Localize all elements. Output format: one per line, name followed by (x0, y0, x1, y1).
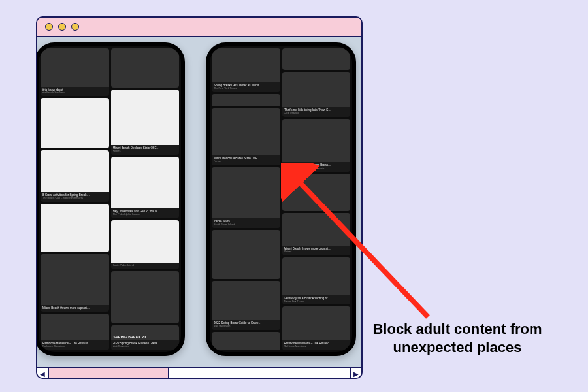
result-thumbnail (41, 98, 109, 148)
result-thumbnail (282, 72, 351, 107)
result-source: Rathbone Mansions (42, 345, 107, 348)
window-dot-2[interactable] (58, 23, 66, 31)
result-card[interactable] (212, 94, 280, 106)
phone-left-col2: Miami Beach Declares State Of E…ForbesHe… (111, 48, 180, 350)
result-card[interactable] (282, 48, 351, 70)
result-source: South Padre Island (113, 264, 178, 267)
result-thumbnail (111, 325, 180, 341)
scroll-track[interactable] (49, 368, 350, 379)
result-thumbnail (212, 108, 280, 156)
result-source: Rathbone Mansions (284, 345, 349, 348)
result-thumbnail (111, 48, 180, 88)
result-source: The Philadelphia Inquirer (113, 213, 178, 216)
result-card[interactable]: Rathbone Mansions – The Ritual o…Rathbon… (41, 314, 109, 350)
result-source: Visit Galveston (214, 325, 278, 328)
result-card[interactable]: 2022 Spring Break Guide to Galve…Visit G… (212, 281, 280, 329)
result-source: The New York Times (214, 87, 278, 90)
result-thumbnail (212, 281, 280, 320)
phone-left: it to know aboutrtle Beach Sun New8 Grea… (37, 42, 185, 356)
result-thumbnail (282, 48, 351, 70)
result-card[interactable]: 8 Great Activities for Spring Break…The … (41, 150, 109, 202)
phone-right-col1: Spring Break Gets Tamer as World…The New… (212, 48, 280, 350)
result-thumbnail (111, 90, 180, 145)
scroll-left-icon[interactable]: ◀ (37, 368, 49, 379)
result-card[interactable]: South Padre Island (111, 220, 180, 269)
result-thumbnail (212, 230, 280, 279)
result-thumbnail (212, 48, 280, 82)
result-card[interactable]: 8 Great Activities for Spring Break…The … (282, 119, 351, 172)
result-thumbnail (111, 157, 180, 208)
result-card[interactable]: Hey, millennials and Gen Z, this is…The … (111, 157, 180, 218)
content-area: it to know aboutrtle Beach Sun New8 Grea… (37, 37, 361, 367)
result-thumbnail (212, 332, 280, 350)
result-thumbnail (41, 204, 109, 252)
result-source: Click Orlando (284, 112, 349, 115)
result-thumbnail (282, 257, 351, 295)
result-card[interactable] (212, 230, 280, 279)
result-thumbnail (282, 174, 351, 211)
browser-window: it to know aboutrtle Beach Sun New8 Grea… (36, 16, 363, 379)
window-dot-1[interactable] (45, 23, 53, 31)
phone-right-screen[interactable]: Spring Break Gets Tamer as World…The New… (210, 46, 352, 352)
result-card[interactable] (212, 332, 280, 350)
result-title: Miami Beach throws more cops at… (42, 306, 107, 310)
result-card[interactable]: Get ready for a crowded spring br…Tampa … (282, 257, 351, 304)
result-card[interactable]: Miami Beach throws more cops at…Police1 (282, 213, 351, 255)
result-card[interactable]: Rathbone Mansions – The Ritual o…Rathbon… (282, 306, 351, 350)
result-card[interactable]: Inertia ToursSouth Padre Island (212, 167, 280, 228)
titlebar (37, 18, 361, 37)
annotation-caption: Block adult content from unexpected plac… (372, 320, 542, 356)
scroll-right-icon[interactable]: ▶ (350, 368, 361, 379)
result-card[interactable]: 2022 Spring Break Guide to Galve…Visit G… (111, 325, 180, 350)
result-thumbnail (41, 48, 109, 87)
result-thumbnail (212, 94, 280, 106)
horizontal-scrollbar[interactable]: ◀ ▶ (37, 367, 361, 379)
result-thumbnail (111, 271, 180, 323)
phone-right-col2: 'That's not kids being kids:' New S…Clic… (282, 48, 351, 350)
result-card[interactable]: it to know aboutrtle Beach Sun New (41, 48, 109, 96)
phone-left-col1: it to know aboutrtle Beach Sun New8 Grea… (41, 48, 109, 350)
result-source: Tampa Bay Times (284, 300, 349, 303)
result-source: The Beach Club – Spectrum Resorts (42, 197, 107, 200)
result-source: rtle Beach Sun New (42, 91, 107, 95)
result-thumbnail (111, 220, 180, 263)
result-thumbnail (41, 254, 109, 305)
result-card[interactable] (41, 98, 109, 148)
result-source: Forbes (214, 160, 278, 163)
result-thumbnail (212, 167, 280, 218)
result-thumbnail (41, 150, 109, 192)
result-card[interactable]: Miami Beach Declares State Of E…Forbes (212, 108, 280, 165)
window-dot-3[interactable] (71, 23, 79, 31)
result-thumbnail (282, 306, 351, 340)
result-thumbnail (41, 314, 109, 340)
result-source: Forbes (113, 150, 178, 153)
result-source: The Beach Club – Spectrum Resorts (284, 167, 349, 171)
result-source: South Padre Island (214, 223, 278, 227)
result-card[interactable]: 'That's not kids being kids:' New S…Clic… (282, 72, 351, 117)
phone-left-screen[interactable]: it to know aboutrtle Beach Sun New8 Grea… (39, 46, 181, 352)
result-thumbnail (282, 213, 351, 246)
result-card[interactable]: Spring Break Gets Tamer as World…The New… (212, 48, 280, 92)
result-card[interactable] (41, 204, 109, 252)
result-card[interactable] (111, 48, 180, 88)
scroll-thumb[interactable] (49, 368, 169, 379)
result-card[interactable] (282, 174, 351, 211)
result-source: Police1 (284, 250, 349, 253)
result-card[interactable] (111, 271, 180, 323)
phone-right: Spring Break Gets Tamer as World…The New… (206, 42, 356, 356)
result-source: Visit Galveston (113, 345, 178, 348)
result-card[interactable]: Miami Beach Declares State Of E…Forbes (111, 90, 180, 155)
result-thumbnail (282, 119, 351, 163)
result-card[interactable]: Miami Beach throws more cops at… (41, 254, 109, 312)
